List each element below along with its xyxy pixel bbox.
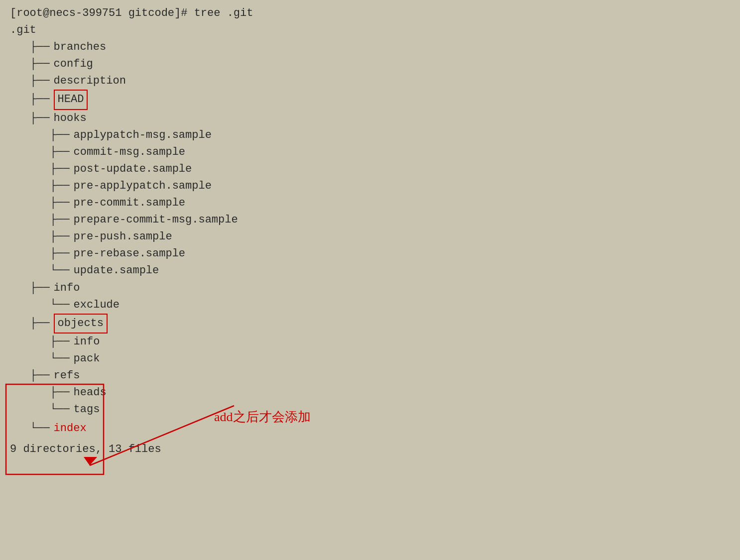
connector-icon: ├── xyxy=(30,280,50,297)
tree-row: ├── hooks xyxy=(10,110,730,127)
item-label: info xyxy=(54,280,80,297)
item-label: config xyxy=(54,56,93,73)
item-label: pre-rebase.sample xyxy=(74,245,185,262)
connector-icon: ├── xyxy=(50,178,70,195)
tree-row: ├── pre-applypatch.sample xyxy=(10,178,730,195)
connector-icon: ├── xyxy=(30,110,50,127)
connector-icon: ├── xyxy=(30,73,50,90)
connector-icon: ├── xyxy=(30,315,50,332)
tree-row: ├── info xyxy=(10,280,730,297)
tree-row: ├── description xyxy=(10,73,730,90)
item-label: hooks xyxy=(54,110,87,127)
item-label: info xyxy=(74,334,100,350)
connector-icon: ├── xyxy=(50,212,70,228)
connector-icon: └── xyxy=(50,297,70,314)
tree-row-index: └── index xyxy=(10,420,730,437)
item-label: pre-commit.sample xyxy=(74,195,185,212)
tree-row: └── tags xyxy=(10,401,730,418)
tree-row: ├── branches xyxy=(10,39,730,56)
tree-row-head: ├── HEAD xyxy=(10,90,730,110)
connector-icon: ├── xyxy=(30,56,50,73)
item-label: prepare-commit-msg.sample xyxy=(74,212,238,228)
connector-icon: ├── xyxy=(30,367,50,384)
refs-label: refs xyxy=(54,367,80,384)
terminal-window: [root@necs-399751 gitcode]# tree .git .g… xyxy=(0,0,740,560)
item-label: branches xyxy=(54,39,107,56)
connector-icon: └── xyxy=(50,350,70,367)
head-label: HEAD xyxy=(54,90,88,110)
connector-icon: ├── xyxy=(50,127,70,144)
connector-icon: ├── xyxy=(30,39,50,56)
connector-icon: └── xyxy=(50,401,70,418)
tree-row: ├── commit-msg.sample xyxy=(10,144,730,161)
tree-row: ├── heads xyxy=(10,384,730,401)
prompt-line: [root@necs-399751 gitcode]# tree .git xyxy=(10,5,730,22)
connector-icon: ├── xyxy=(50,384,70,401)
connector-icon: ├── xyxy=(50,245,70,262)
connector-icon: └── xyxy=(30,420,50,437)
item-label: tags xyxy=(74,401,100,418)
connector-icon: ├── xyxy=(30,91,50,108)
tree-row: └── update.sample xyxy=(10,262,730,279)
connector-icon: ├── xyxy=(50,334,70,350)
root-line: .git xyxy=(10,22,730,39)
item-label: post-update.sample xyxy=(74,161,192,178)
tree-row: └── pack xyxy=(10,350,730,367)
tree-row: ├── applypatch-msg.sample xyxy=(10,127,730,144)
objects-label: objects xyxy=(54,314,108,334)
tree-row: ├── post-update.sample xyxy=(10,161,730,178)
tree-row-objects: ├── objects xyxy=(10,314,730,334)
item-label: pre-push.sample xyxy=(74,228,172,245)
tree-row: ├── pre-commit.sample xyxy=(10,195,730,212)
connector-icon: ├── xyxy=(50,161,70,178)
item-label: heads xyxy=(74,384,107,401)
tree-row: ├── prepare-commit-msg.sample xyxy=(10,212,730,228)
tree-row: ├── config xyxy=(10,56,730,73)
connector-icon: ├── xyxy=(50,228,70,245)
prompt-text: [root@necs-399751 gitcode]# tree .git xyxy=(10,5,253,22)
item-label: exclude xyxy=(74,297,120,314)
tree-row: ├── pre-push.sample xyxy=(10,228,730,245)
connector-icon: ├── xyxy=(50,195,70,212)
connector-icon: └── xyxy=(50,262,70,279)
item-label: update.sample xyxy=(74,262,159,279)
item-label: commit-msg.sample xyxy=(74,144,185,161)
index-label: index xyxy=(54,420,87,437)
tree-row: ├── info xyxy=(10,334,730,350)
tree-row: ├── pre-rebase.sample xyxy=(10,245,730,262)
item-label: pack xyxy=(74,350,100,367)
item-label: applypatch-msg.sample xyxy=(74,127,212,144)
svg-marker-1 xyxy=(84,457,97,465)
summary-text: 9 directories, 13 files xyxy=(10,441,161,458)
item-label: description xyxy=(54,73,126,90)
summary-line: 9 directories, 13 files xyxy=(10,441,730,458)
annotation-text: add之后才会添加 xyxy=(214,408,311,426)
connector-icon: ├── xyxy=(50,144,70,161)
item-label: pre-applypatch.sample xyxy=(74,178,212,195)
tree-row-refs: ├── refs xyxy=(10,367,730,384)
root-label: .git xyxy=(10,22,36,39)
tree-row: └── exclude xyxy=(10,297,730,314)
